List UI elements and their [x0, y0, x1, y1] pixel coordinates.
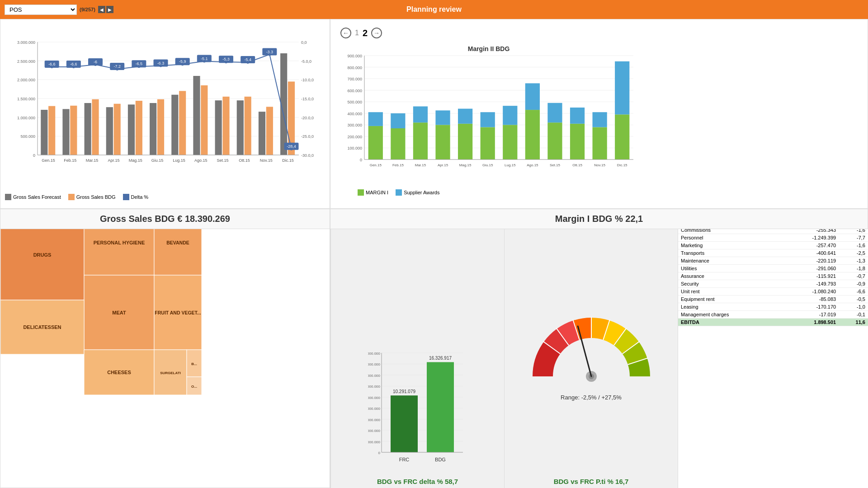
- row-value: -170.170: [782, 303, 839, 311]
- svg-text:Mar.15: Mar.15: [86, 158, 99, 163]
- legend-supplier-label: Supplier Awards: [404, 190, 439, 195]
- svg-text:0: 0: [378, 451, 380, 455]
- svg-text:Apr.15: Apr.15: [438, 163, 448, 167]
- svg-text:16.326.917: 16.326.917: [429, 356, 451, 361]
- row-pct: -7,7: [839, 234, 868, 242]
- svg-text:Mar.15: Mar.15: [415, 163, 426, 167]
- svg-rect-130: [525, 110, 540, 160]
- svg-rect-131: [525, 83, 540, 110]
- svg-rect-194: [391, 395, 418, 452]
- svg-text:400.000: 400.000: [347, 112, 362, 116]
- row-pct: 11,6: [839, 319, 868, 326]
- page-nav-next[interactable]: →: [371, 28, 382, 38]
- svg-rect-38: [222, 97, 229, 155]
- svg-point-80: [290, 148, 293, 150]
- svg-text:300.000: 300.000: [347, 123, 362, 127]
- table-row: Transports -400.641 -2,5: [678, 249, 868, 257]
- svg-point-71: [225, 61, 227, 63]
- svg-point-50: [72, 66, 75, 68]
- svg-point-59: [137, 65, 140, 68]
- margin-panel: ← 1 2 → 0100.000200.000300.000400.000500…: [330, 19, 868, 209]
- row-value: -220.119: [782, 257, 839, 265]
- svg-text:Dic.15: Dic.15: [617, 163, 627, 167]
- svg-point-56: [116, 68, 118, 70]
- row-label: Leasing: [678, 303, 782, 311]
- row-label: Security: [678, 280, 782, 288]
- svg-rect-30: [136, 101, 142, 155]
- table-row: Unit rent -1.080.240 -6,6: [678, 288, 868, 296]
- svg-rect-39: [237, 100, 244, 155]
- svg-rect-31: [150, 103, 156, 155]
- pos-select[interactable]: POS: [5, 5, 77, 15]
- sales-chart-svg: 0500.0001.000.0001.500.0002.000.0002.500…: [5, 24, 326, 191]
- svg-text:12.000.000: 12.000.000: [368, 385, 381, 389]
- row-value: -115.921: [782, 272, 839, 280]
- svg-rect-133: [547, 103, 562, 122]
- row-pct: -0,5: [839, 296, 868, 303]
- legend-margin-i: MARGIN I: [358, 189, 388, 196]
- svg-rect-24: [70, 106, 77, 155]
- treemap-panel: DRUGSPERSONAL HYGIENEBEVANDEMEATFRUIT AN…: [0, 209, 330, 488]
- svg-rect-121: [413, 106, 428, 122]
- svg-text:MEAT: MEAT: [112, 310, 126, 315]
- svg-text:3.000.000: 3.000.000: [17, 40, 35, 45]
- svg-text:2.500.000: 2.500.000: [17, 59, 35, 64]
- legend-forecast-box: [5, 194, 11, 200]
- table-row: Management charges -17.019 -0,1: [678, 311, 868, 319]
- legend-delta-box: [123, 194, 129, 200]
- row-value: -149.793: [782, 280, 839, 288]
- svg-rect-196: [427, 362, 454, 452]
- page-num-1[interactable]: 1: [355, 29, 359, 37]
- row-pct: -6,6: [839, 288, 868, 296]
- nav-arrows: ◀ ▶: [98, 6, 113, 13]
- svg-rect-22: [48, 106, 55, 155]
- row-label: Marketing: [678, 242, 782, 249]
- svg-point-65: [181, 63, 184, 66]
- row-pct: -1,0: [839, 303, 868, 311]
- svg-point-74: [246, 61, 249, 64]
- row-pct: -1,6: [839, 242, 868, 249]
- legend-forecast-label: Gross Sales Forecast: [13, 194, 61, 200]
- svg-rect-35: [193, 76, 200, 155]
- page-nav: ← 1 2 →: [335, 24, 863, 42]
- svg-text:Ott.15: Ott.15: [239, 158, 250, 163]
- row-value: -291.060: [782, 265, 839, 272]
- svg-text:Lug.15: Lug.15: [173, 158, 185, 163]
- page-nav-prev[interactable]: ←: [340, 28, 351, 38]
- svg-rect-41: [259, 112, 265, 155]
- net-sales-panel: Net Sales BDG € 16.326.917 02.000.0004.0…: [331, 210, 505, 488]
- svg-rect-125: [458, 109, 472, 124]
- row-pct: -1,3: [839, 257, 868, 265]
- margin-i-metric-label: Margin I BDG % 22,1: [555, 214, 643, 224]
- svg-text:-20.0,0: -20.0,0: [301, 116, 314, 120]
- row-value: -17.019: [782, 311, 839, 319]
- svg-text:FRC: FRC: [399, 457, 409, 462]
- table-row: Maintenance -220.119 -1,3: [678, 257, 868, 265]
- svg-rect-27: [106, 107, 113, 155]
- row-label: Equipment rent: [678, 296, 782, 303]
- page-num-2[interactable]: 2: [363, 28, 368, 38]
- svg-text:16.000.000: 16.000.000: [368, 362, 381, 366]
- table-row: Equipment rent -85.083 -0,5: [678, 296, 868, 303]
- svg-rect-135: [570, 108, 585, 124]
- svg-text:Giu.15: Giu.15: [482, 163, 493, 167]
- legend-forecast: Gross Sales Forecast: [5, 194, 61, 200]
- nav-next-button[interactable]: ▶: [106, 6, 113, 13]
- svg-point-77: [268, 53, 271, 56]
- legend-supplier-box: [396, 189, 402, 196]
- gauge-container: Range: -2,5% / +27,5%: [505, 228, 678, 475]
- legend-delta: Delta %: [123, 194, 149, 200]
- row-value: -1.249.399: [782, 234, 839, 242]
- svg-rect-32: [157, 99, 164, 155]
- svg-text:O...: O...: [191, 385, 197, 389]
- row-pct: -1,8: [839, 265, 868, 272]
- nav-prev-button[interactable]: ◀: [98, 6, 105, 13]
- svg-text:0: 0: [33, 153, 35, 158]
- table-row: Utilities -291.060 -1,8: [678, 265, 868, 272]
- header-left: POS (9/257) ◀ ▶: [5, 5, 113, 15]
- svg-rect-128: [503, 125, 517, 160]
- legend-bdg-box: [68, 194, 75, 200]
- budget-table-panel: Budget 2015 € % MARGIN II 6.190.760 37,9…: [678, 210, 868, 488]
- svg-rect-116: [368, 126, 383, 160]
- svg-rect-21: [41, 110, 47, 155]
